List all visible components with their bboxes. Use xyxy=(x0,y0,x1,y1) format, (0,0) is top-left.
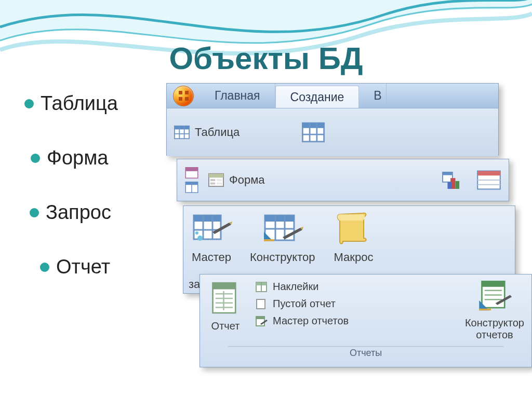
macro-label: Макрос xyxy=(334,251,373,264)
tab-create[interactable]: Создание xyxy=(275,86,360,108)
svg-rect-1 xyxy=(175,126,189,130)
report-button-label: Отчет xyxy=(211,320,240,332)
svg-rect-24 xyxy=(456,181,460,189)
svg-rect-16 xyxy=(209,174,223,178)
table-button-label: Таблица xyxy=(195,126,240,139)
ribbon-screenshots-stack: Главная Создание В Таблица xyxy=(166,83,530,363)
svg-point-38 xyxy=(195,231,198,235)
blank-form-icon xyxy=(476,170,501,190)
report-icon xyxy=(207,279,244,318)
svg-point-37 xyxy=(197,236,203,241)
blank-report-button[interactable]: Пустой отчет xyxy=(255,298,349,310)
labels-button-label: Наклейки xyxy=(273,281,318,293)
labels-button[interactable]: Наклейки xyxy=(255,281,349,293)
svg-rect-31 xyxy=(194,215,221,222)
form-button-label: Форма xyxy=(229,173,265,187)
svg-rect-19 xyxy=(217,179,222,181)
ribbon-panel-reports: Отчет Наклейки xyxy=(200,274,532,367)
svg-rect-60 xyxy=(256,317,264,319)
ribbon-tabstrip: Главная Создание В xyxy=(167,84,498,108)
slide-title: Объекты БД xyxy=(0,40,532,76)
report-designer-label: Конструктор отчетов xyxy=(465,317,524,341)
tab-cutoff[interactable]: В xyxy=(359,84,386,108)
ribbon-body-table: Таблица xyxy=(167,108,498,156)
pivot-chart-icon xyxy=(441,171,462,189)
bullet-dot-icon xyxy=(31,154,39,162)
office-button[interactable] xyxy=(167,84,200,108)
slide: Объекты БД Таблица Форма Запрос Отчет Гл… xyxy=(0,0,532,398)
blank-report-icon xyxy=(255,298,268,310)
form-small-icon xyxy=(184,167,199,179)
svg-rect-27 xyxy=(477,171,500,176)
report-wizard-button[interactable]: Мастер отчетов xyxy=(255,315,349,327)
svg-rect-40 xyxy=(265,215,294,222)
svg-rect-20 xyxy=(217,183,222,185)
svg-rect-68 xyxy=(479,309,491,311)
tab-home[interactable]: Главная xyxy=(200,84,275,108)
svg-rect-18 xyxy=(210,183,215,185)
report-wizard-icon xyxy=(255,315,268,327)
bullet-item-report: Отчет xyxy=(25,256,170,278)
form-button[interactable]: Форма xyxy=(208,173,265,187)
macro-icon xyxy=(332,210,374,248)
ribbon-panel-form: Форма xyxy=(177,159,509,201)
report-button[interactable]: Отчет xyxy=(207,279,244,346)
report-options: Наклейки Пустой отчет xyxy=(255,279,349,346)
query-wizard-button[interactable]: Мастер xyxy=(191,210,232,264)
tab-label: Создание xyxy=(290,90,344,104)
svg-rect-25 xyxy=(447,182,451,189)
bullet-text: Форма xyxy=(47,147,108,169)
bullet-dot-icon xyxy=(30,209,38,217)
group-label-reports: Отчеты xyxy=(228,346,503,359)
office-orb-icon xyxy=(173,86,194,106)
blank-report-button-label: Пустой отчет xyxy=(273,298,336,310)
svg-rect-17 xyxy=(210,179,215,181)
svg-rect-58 xyxy=(257,299,265,309)
table-button[interactable]: Таблица xyxy=(174,125,240,140)
svg-rect-47 xyxy=(264,239,274,241)
tab-label: В xyxy=(374,89,381,103)
report-designer-icon xyxy=(476,279,513,315)
query-wizard-icon xyxy=(191,210,232,248)
bullet-item-table: Таблица xyxy=(25,92,170,115)
bullet-text: Запрос xyxy=(46,201,111,224)
table-icon xyxy=(302,122,325,143)
bullet-text: Таблица xyxy=(41,92,118,115)
bullet-dot-icon xyxy=(41,263,49,271)
query-designer-label: Конструктор xyxy=(250,251,315,264)
tab-label: Главная xyxy=(215,89,260,103)
form-icon xyxy=(208,173,224,187)
labels-icon xyxy=(255,281,268,293)
svg-rect-11 xyxy=(185,168,198,171)
bullet-text: Отчет xyxy=(56,256,110,278)
bullet-item-query: Запрос xyxy=(25,201,170,224)
svg-rect-49 xyxy=(213,283,236,289)
svg-rect-63 xyxy=(482,281,504,287)
bullet-item-form: Форма xyxy=(25,147,170,169)
query-designer-icon xyxy=(262,210,303,248)
truncated-label: за xyxy=(189,278,200,291)
query-designer-button[interactable]: Конструктор xyxy=(250,210,315,264)
bullet-list: Таблица Форма Запрос Отчет xyxy=(25,92,170,310)
ribbon-panel-tabs: Главная Создание В Таблица xyxy=(166,83,499,156)
table-small-icon xyxy=(184,182,199,193)
report-designer-button[interactable]: Конструктор отчетов xyxy=(465,279,524,346)
query-wizard-label: Мастер xyxy=(192,251,231,264)
table-icon xyxy=(174,125,190,140)
report-wizard-button-label: Мастер отчетов xyxy=(273,315,349,327)
svg-rect-6 xyxy=(303,123,324,128)
bullet-dot-icon xyxy=(25,100,33,108)
svg-rect-22 xyxy=(443,172,453,175)
macro-button[interactable]: Макрос xyxy=(332,210,374,264)
